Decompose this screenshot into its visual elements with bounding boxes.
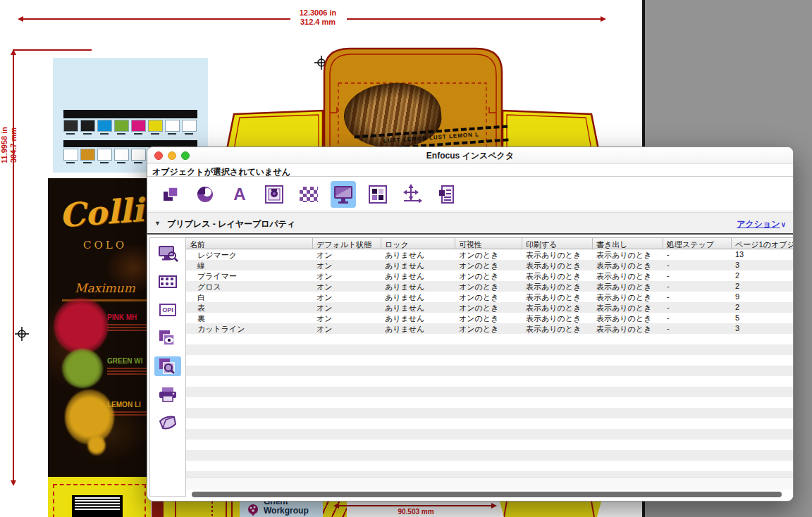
dimension-arrow-icon (11, 49, 16, 55)
table-row[interactable]: プライマーオンありませんオンのとき表示ありのとき表示ありのとき-2 (186, 270, 793, 281)
window-titlebar[interactable]: Enfocus インスペクタ (147, 147, 793, 164)
table-cell: オン (313, 292, 381, 302)
table-cell: オン (313, 281, 381, 292)
paint-splatter (87, 435, 106, 456)
table-cell: 表示ありのとき (593, 270, 663, 281)
table-empty-rows (186, 334, 793, 477)
column-header[interactable]: 印刷する (522, 238, 593, 249)
table-row[interactable]: 線オンありませんオンのとき表示ありのとき表示ありのとき-3 (186, 260, 793, 270)
layer-visibility-icon[interactable] (154, 328, 181, 348)
table-cell: オンのとき (455, 292, 522, 302)
color-swatch (97, 120, 112, 132)
dimension-arrow-icon (11, 480, 16, 486)
pattern-icon[interactable] (296, 181, 321, 208)
table-cell: 2 (732, 302, 794, 313)
table-cell: 表示ありのとき (522, 292, 593, 302)
table-cell: 表示ありのとき (593, 260, 663, 270)
table-cell: 表示ありのとき (593, 302, 663, 313)
text-icon[interactable]: A (227, 181, 252, 208)
registration-target-icon (15, 327, 29, 341)
table-row[interactable]: 表オンありませんオンのとき表示ありのとき表示ありのとき-2 (186, 302, 793, 313)
svg-text:A: A (233, 185, 245, 204)
paint-splatter (65, 390, 114, 444)
table-cell: 表示ありのとき (593, 292, 663, 302)
gwg-logo-icon (247, 503, 259, 516)
image-icon[interactable] (262, 181, 287, 208)
column-header[interactable]: 処理ステップ (663, 238, 732, 249)
table-cell: プライマー (186, 270, 313, 281)
dimension-arrow-icon (491, 503, 497, 509)
dimension-arrow-icon (333, 503, 339, 509)
table-cell: オンのとき (455, 302, 522, 313)
separations-icon[interactable] (365, 181, 390, 208)
table-cell: 裏 (186, 313, 313, 323)
table-cell: 表示ありのとき (522, 281, 593, 292)
table-cell: 9 (732, 292, 794, 302)
left-dimension-line (13, 52, 14, 483)
layer-properties-icon[interactable] (154, 356, 181, 376)
table-cell: - (663, 323, 732, 334)
table-cell: 線 (186, 260, 313, 270)
column-header[interactable]: ページ1のオブジ (732, 238, 794, 249)
horizontal-scrollbar-track[interactable] (186, 477, 793, 502)
paint-splatter (54, 298, 109, 354)
position-icon[interactable] (400, 181, 425, 208)
table-cell: 表示ありのとき (522, 302, 593, 313)
column-header[interactable]: 名前 (186, 238, 313, 249)
table-row[interactable]: レジマークオンありませんオンのとき表示ありのとき表示ありのとき-13 (186, 249, 793, 260)
table-cell: ありません (381, 302, 455, 313)
table-header-row[interactable]: 名前デフォルト状態ロック可視性印刷する書き出し処理ステップページ1のオブジ (186, 237, 793, 249)
table-row[interactable]: カットラインオンありませんオンのとき表示ありのとき表示ありのとき-3 (186, 323, 793, 334)
table-cell: オン (313, 260, 381, 270)
actions-link[interactable]: アクション∨ (737, 218, 786, 230)
table-row[interactable]: 白オンありませんオンのとき表示ありのとき表示ありのとき-9 (186, 292, 793, 302)
opi-icon[interactable]: OPI (154, 300, 181, 320)
table-cell: 表示ありのとき (522, 270, 593, 281)
left-dimension-tick (13, 49, 92, 51)
halftone-icon[interactable] (154, 272, 181, 292)
prepress-sidebar: OPI (149, 237, 186, 497)
color-swatch (80, 120, 95, 132)
color-swatch (63, 120, 78, 132)
column-header[interactable]: デフォルト状態 (313, 238, 381, 249)
color-swatch (131, 120, 146, 132)
table-cell: - (663, 292, 732, 302)
gwg-logo-text: Workgroup (264, 506, 309, 516)
column-header[interactable]: ロック (381, 238, 455, 249)
table-row[interactable]: グロスオンありませんオンのとき表示ありのとき表示ありのとき-2 (186, 281, 793, 292)
section-header: ▼ プリプレス - レイヤープロパティ アクション∨ (147, 212, 793, 233)
table-cell: - (663, 270, 732, 281)
column-header[interactable]: 書き出し (593, 238, 663, 249)
prepress-icon[interactable] (331, 181, 356, 208)
screening-icon[interactable] (154, 244, 181, 263)
table-cell: オンのとき (455, 249, 522, 260)
fill-stroke-icon[interactable] (158, 181, 183, 208)
table-row[interactable]: 裏オンありませんオンのとき表示ありのとき表示ありのとき-5 (186, 313, 793, 323)
color-swatch (97, 149, 112, 161)
table-cell: ありません (381, 249, 455, 260)
poster-body-text (107, 368, 148, 376)
column-header[interactable]: 可視性 (455, 238, 522, 249)
poster-artwork: Colli COLO Maximum PINK MH GREEN WI LEMO… (48, 178, 151, 477)
table-cell: - (663, 313, 732, 323)
table-cell: オン (313, 313, 381, 323)
package-panel (164, 502, 240, 517)
table-cell: 表 (186, 302, 313, 313)
table-cell: - (663, 260, 732, 270)
summary-icon[interactable] (434, 181, 460, 208)
table-cell: 5 (732, 313, 794, 323)
table-cell: ありません (381, 281, 455, 292)
table-cell: 表示ありのとき (593, 313, 663, 323)
poster-heading-green: GREEN WI (107, 357, 143, 365)
horizontal-scrollbar-thumb[interactable] (192, 492, 782, 497)
color-swatch (131, 149, 146, 161)
trapping-icon[interactable] (154, 413, 181, 432)
shape-icon[interactable] (192, 181, 218, 208)
table-cell: 表示ありのとき (593, 281, 663, 292)
table-cell: - (663, 281, 732, 292)
table-cell: 表示ありのとき (522, 260, 593, 270)
disclosure-triangle-icon[interactable]: ▼ (154, 220, 161, 227)
table-cell: グロス (186, 281, 313, 292)
printer-icon[interactable] (154, 385, 181, 404)
table-cell: 表示ありのとき (593, 249, 663, 260)
